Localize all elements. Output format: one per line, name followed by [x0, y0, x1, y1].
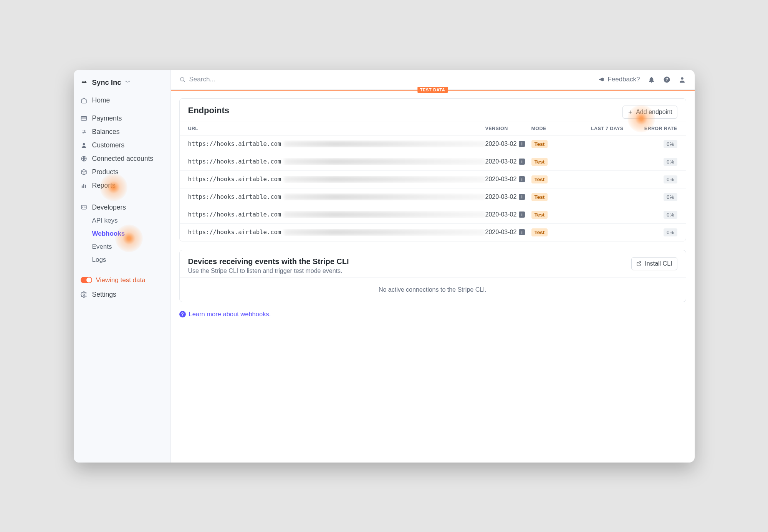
nav-label: Events — [92, 243, 112, 251]
sidebar-item-developers[interactable]: Developers — [74, 201, 170, 214]
endpoint-row[interactable]: https://hooks.airtable.com 2020-03-02 i … — [180, 171, 686, 188]
nav-label: Developers — [92, 203, 126, 211]
search-input[interactable]: Search... — [179, 76, 215, 83]
endpoint-row[interactable]: https://hooks.airtable.com 2020-03-02 i … — [180, 224, 686, 241]
endpoint-url-cell: https://hooks.airtable.com — [188, 140, 485, 147]
nav-label: Customers — [92, 141, 125, 149]
sidebar-sub-logs[interactable]: Logs — [74, 253, 170, 266]
endpoint-version: 2020-03-02 — [485, 158, 517, 165]
endpoints-card: Endpoints Add endpoint URL VERSION MODE … — [179, 98, 686, 241]
endpoint-mode-cell: Test — [531, 175, 574, 183]
nav-label: Logs — [92, 256, 106, 264]
mode-badge: Test — [531, 158, 548, 166]
endpoint-url: https://hooks.airtable.com — [188, 211, 281, 218]
main-content: Search... Feedback? ? TEST DATA Endpoint… — [171, 70, 695, 463]
nav-label: Home — [92, 96, 110, 104]
url-redacted — [284, 141, 485, 147]
test-mode-toggle[interactable] — [81, 277, 92, 283]
learn-more-link[interactable]: ? Learn more about webhooks. — [179, 311, 271, 318]
nav-label: Reports — [92, 182, 116, 190]
svg-text:?: ? — [665, 77, 668, 82]
endpoint-url: https://hooks.airtable.com — [188, 229, 281, 236]
svg-point-12 — [681, 77, 683, 79]
sidebar: Sync Inc ﹀ Home Payments Balances Custom… — [74, 70, 171, 463]
info-icon[interactable]: i — [519, 194, 525, 200]
endpoint-row[interactable]: https://hooks.airtable.com 2020-03-02 i … — [180, 135, 686, 153]
endpoint-version: 2020-03-02 — [485, 176, 517, 183]
endpoint-version: 2020-03-02 — [485, 229, 517, 236]
notifications-button[interactable] — [648, 76, 655, 83]
info-icon[interactable]: i — [519, 211, 525, 218]
code-icon — [81, 204, 88, 211]
help-icon: ? — [179, 311, 186, 317]
col-url: URL — [188, 126, 485, 131]
endpoint-version-cell: 2020-03-02 i — [485, 193, 531, 200]
col-version: VERSION — [485, 126, 531, 131]
chart-icon — [81, 182, 88, 189]
sidebar-item-settings[interactable]: Settings — [74, 288, 170, 301]
account-switcher[interactable]: Sync Inc ﹀ — [74, 74, 170, 91]
svg-point-8 — [83, 294, 84, 295]
sidebar-item-balances[interactable]: Balances — [74, 125, 170, 139]
nav-label: Settings — [92, 291, 116, 299]
sidebar-sub-webhooks[interactable]: Webhooks — [74, 227, 170, 240]
help-button[interactable]: ? — [663, 76, 671, 83]
endpoint-url-cell: https://hooks.airtable.com — [188, 158, 485, 165]
info-icon[interactable]: i — [519, 141, 525, 147]
endpoint-version-cell: 2020-03-02 i — [485, 211, 531, 218]
endpoints-table-header: URL VERSION MODE LAST 7 DAYS ERROR RATE — [180, 122, 686, 135]
box-icon — [81, 169, 88, 175]
error-rate-badge: 0% — [664, 193, 677, 201]
endpoint-url-cell: https://hooks.airtable.com — [188, 211, 485, 218]
endpoints-title: Endpoints — [188, 106, 230, 116]
endpoint-error-cell: 0% — [624, 211, 677, 219]
test-mode-label: Viewing test data — [96, 276, 146, 284]
gear-icon — [81, 291, 88, 298]
plus-icon — [627, 109, 633, 115]
endpoint-error-cell: 0% — [624, 175, 677, 183]
btn-label: Install CLI — [645, 260, 672, 267]
home-icon — [81, 97, 88, 104]
url-redacted — [284, 229, 485, 235]
endpoint-error-cell: 0% — [624, 140, 677, 148]
feedback-link[interactable]: Feedback? — [598, 76, 640, 83]
transfer-icon — [81, 128, 88, 135]
nav-label: API keys — [92, 217, 118, 225]
sidebar-item-reports[interactable]: Reports — [74, 179, 170, 192]
sidebar-item-products[interactable]: Products — [74, 165, 170, 179]
col-mode: MODE — [531, 126, 574, 131]
sidebar-item-payments[interactable]: Payments — [74, 112, 170, 125]
sidebar-item-home[interactable]: Home — [74, 94, 170, 107]
endpoint-mode-cell: Test — [531, 140, 574, 148]
add-endpoint-button[interactable]: Add endpoint — [622, 106, 677, 119]
info-icon[interactable]: i — [519, 159, 525, 165]
btn-label: Add endpoint — [636, 109, 672, 116]
endpoint-url: https://hooks.airtable.com — [188, 140, 281, 147]
col-error-rate: ERROR RATE — [624, 126, 677, 131]
mode-badge: Test — [531, 193, 548, 201]
endpoint-url: https://hooks.airtable.com — [188, 193, 281, 200]
nav-label: Balances — [92, 128, 120, 136]
search-icon — [179, 76, 185, 83]
sidebar-item-customers[interactable]: Customers — [74, 139, 170, 152]
info-icon[interactable]: i — [519, 229, 525, 235]
endpoint-row[interactable]: https://hooks.airtable.com 2020-03-02 i … — [180, 206, 686, 224]
sidebar-sub-apikeys[interactable]: API keys — [74, 214, 170, 227]
profile-button[interactable] — [679, 76, 686, 83]
search-placeholder: Search... — [189, 76, 215, 83]
endpoint-row[interactable]: https://hooks.airtable.com 2020-03-02 i … — [180, 188, 686, 206]
svg-rect-6 — [85, 185, 86, 188]
endpoint-error-cell: 0% — [624, 228, 677, 236]
sidebar-item-connected[interactable]: Connected accounts — [74, 152, 170, 165]
endpoint-row[interactable]: https://hooks.airtable.com 2020-03-02 i … — [180, 153, 686, 171]
nav-label: Connected accounts — [92, 155, 154, 163]
mode-badge: Test — [531, 228, 548, 236]
mode-badge: Test — [531, 175, 548, 183]
error-rate-badge: 0% — [664, 211, 677, 219]
install-cli-button[interactable]: Install CLI — [631, 257, 677, 270]
endpoint-version-cell: 2020-03-02 i — [485, 140, 531, 147]
url-redacted — [284, 211, 485, 218]
sidebar-sub-events[interactable]: Events — [74, 240, 170, 253]
info-icon[interactable]: i — [519, 176, 525, 182]
col-last7: LAST 7 DAYS — [574, 126, 624, 131]
